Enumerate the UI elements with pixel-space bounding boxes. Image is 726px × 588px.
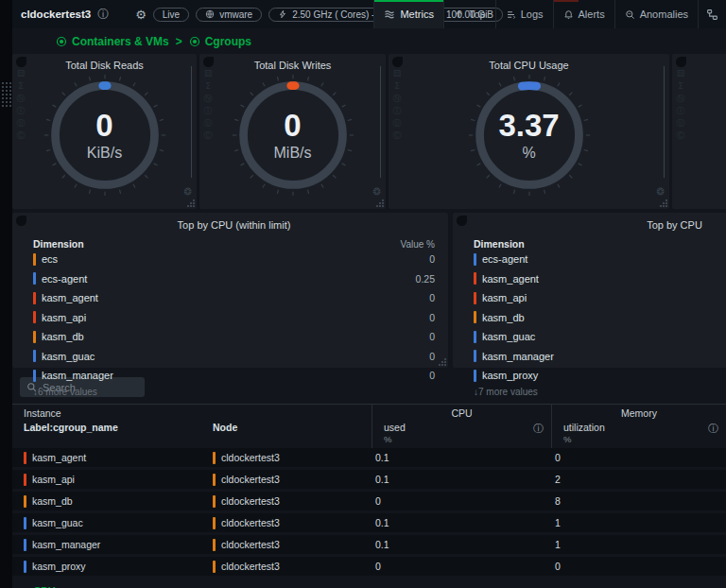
tab-logs[interactable]: Logs bbox=[495, 0, 553, 28]
chart-u-icon[interactable]: Ⓤ bbox=[204, 118, 213, 129]
chart-c-icon[interactable]: Ⓒ bbox=[393, 130, 402, 141]
provider-pill[interactable]: vmware bbox=[196, 8, 262, 22]
dimension-row[interactable]: kasm_manager 0 bbox=[33, 366, 435, 386]
dimension-row[interactable]: kasm_agent 0 bbox=[33, 288, 435, 308]
gauge-total-disk-writes[interactable]: 0 MiB/s bbox=[199, 71, 386, 199]
gear-icon[interactable]: ⚙ bbox=[135, 8, 147, 22]
table-row[interactable]: kasm_db cldockertest3 0 8 bbox=[12, 492, 726, 510]
column-header-memory-utilization[interactable]: utilization % ⓘ bbox=[551, 420, 726, 448]
dimension-value: 0 bbox=[429, 370, 435, 381]
chart-drag-icon[interactable] bbox=[16, 57, 26, 67]
chart-card-total-disk-reads[interactable]: ⚄ Σ Ⓝ Ⓘ Ⓤ Ⓒ Total Disk Reads 0 KiB/s bbox=[12, 54, 197, 209]
chart-dice-icon[interactable]: ⚄ bbox=[204, 69, 212, 79]
chart-i-icon[interactable]: Ⓘ bbox=[17, 106, 26, 116]
dimension-row[interactable]: ecs-agent 0.25 bbox=[33, 269, 435, 289]
table-row[interactable]: kasm_proxy cldockertest3 0 0 bbox=[12, 557, 726, 576]
chart-card-total-disk-writes[interactable]: ⚄ Σ Ⓝ Ⓘ Ⓤ Ⓒ Total Disk Writes 0 MiB/s bbox=[199, 54, 386, 209]
chart-sum-icon[interactable]: Σ bbox=[205, 81, 211, 92]
dimension-row[interactable]: kasm_manager bbox=[474, 347, 726, 367]
chart-sum-icon[interactable]: Σ bbox=[18, 81, 24, 92]
section-footer-cpu[interactable]: -- CPU bbox=[12, 579, 726, 588]
dimension-column-header[interactable]: Dimension bbox=[474, 238, 525, 250]
tab-top[interactable]: Top bbox=[443, 0, 495, 28]
live-status-pill[interactable]: Live bbox=[153, 8, 189, 22]
chart-card-total-cpu-usage[interactable]: ⚄ Σ Ⓝ Ⓘ Ⓤ Ⓒ Total CPU Usage 3.37 % bbox=[389, 54, 669, 209]
nodes-view-button[interactable] bbox=[698, 0, 726, 28]
table-row[interactable]: kasm_api cldockertest3 0.1 2 bbox=[12, 470, 726, 489]
chart-card-partial[interactable]: ⚄ Σ Ⓝ Ⓘ Ⓤ Ⓒ bbox=[672, 54, 726, 209]
dimension-row[interactable]: kasm_proxy bbox=[474, 366, 726, 386]
memory-utilization-value: 0 bbox=[551, 452, 726, 463]
chart-u-icon[interactable]: Ⓤ bbox=[393, 118, 402, 129]
table-row[interactable]: kasm_agent cldockertest3 0.1 0 bbox=[12, 448, 726, 467]
node-name-cell: cldockertest3 bbox=[221, 517, 280, 528]
dimension-value: 0 bbox=[429, 351, 435, 362]
chart-dice-icon[interactable]: ⚄ bbox=[393, 69, 401, 79]
tab-alerts[interactable]: Alerts bbox=[553, 0, 614, 28]
chart-i-icon[interactable]: Ⓘ bbox=[204, 106, 213, 116]
breadcrumb-cgroups[interactable]: Cgroups bbox=[189, 35, 251, 48]
dimension-name: kasm_proxy bbox=[482, 370, 538, 381]
chart-i-icon[interactable]: Ⓘ bbox=[393, 106, 402, 116]
table-row[interactable]: kasm_guac cldockertest3 0.1 1 bbox=[12, 513, 726, 532]
chart-n-icon[interactable]: Ⓝ bbox=[677, 94, 685, 104]
chart-n-icon[interactable]: Ⓝ bbox=[17, 94, 26, 104]
chart-scrollbar[interactable] bbox=[191, 66, 192, 178]
dimension-row[interactable]: kasm_guac bbox=[474, 327, 726, 347]
chart-n-icon[interactable]: Ⓝ bbox=[393, 94, 402, 104]
dimension-row[interactable]: kasm_api 0 bbox=[33, 308, 435, 328]
chart-drag-icon[interactable] bbox=[676, 57, 686, 67]
chart-sum-icon[interactable]: Σ bbox=[394, 81, 400, 92]
table-card-top-by-cpu-limit[interactable]: Top by CPU (within limit) Dimension Valu… bbox=[12, 213, 448, 368]
chart-resize-handle[interactable] bbox=[187, 199, 195, 207]
chart-drag-icon[interactable] bbox=[392, 57, 403, 67]
chart-i-icon[interactable]: Ⓘ bbox=[677, 106, 685, 116]
dimension-row[interactable]: ecs-agent bbox=[474, 250, 726, 269]
gauge-total-cpu-usage[interactable]: 3.37 % bbox=[389, 71, 669, 199]
dimension-column-header[interactable]: Dimension bbox=[33, 238, 84, 250]
tab-anomalies[interactable]: Anomalies bbox=[614, 0, 698, 28]
chart-resize-handle[interactable] bbox=[660, 199, 667, 207]
chart-sum-icon[interactable]: Σ bbox=[678, 81, 683, 92]
chart-n-icon[interactable]: Ⓝ bbox=[204, 94, 213, 104]
chart-resize-handle[interactable] bbox=[376, 199, 384, 207]
chart-dice-icon[interactable]: ⚄ bbox=[17, 69, 25, 79]
dimension-row[interactable]: kasm_api bbox=[474, 288, 726, 308]
dimension-row[interactable]: kasm_guac 0 bbox=[33, 347, 435, 367]
chart-dice-icon[interactable]: ⚄ bbox=[677, 69, 684, 79]
dimension-row[interactable]: kasm_db 0 bbox=[33, 327, 435, 347]
node-info-icon[interactable]: ⓘ bbox=[97, 7, 109, 23]
dimension-row[interactable]: ecs 0 bbox=[33, 250, 435, 269]
chart-u-icon[interactable]: Ⓤ bbox=[17, 118, 26, 129]
chart-title: Total Disk Reads bbox=[12, 54, 197, 71]
dimension-row[interactable]: kasm_db bbox=[474, 308, 726, 328]
sidebar-handle[interactable] bbox=[1, 81, 11, 108]
chart-anchor-icon[interactable]: ❂ bbox=[657, 186, 665, 197]
chart-scrollbar[interactable] bbox=[664, 66, 665, 178]
table-row[interactable]: kasm_manager cldockertest3 0.1 1 bbox=[12, 535, 726, 554]
chart-c-icon[interactable]: Ⓒ bbox=[17, 130, 26, 141]
memory-utilization-info-icon[interactable]: ⓘ bbox=[708, 422, 718, 436]
dimension-color-bar bbox=[474, 331, 476, 343]
table-card-top-by-cpu[interactable]: Top by CPU Dimension ecs-agent kasm_agen… bbox=[453, 213, 726, 368]
chart-c-icon[interactable]: Ⓒ bbox=[204, 130, 213, 141]
value-column-header[interactable]: Value % bbox=[400, 239, 435, 250]
chart-drag-icon[interactable] bbox=[203, 57, 214, 67]
chart-anchor-icon[interactable]: ❂ bbox=[184, 186, 192, 197]
tab-metrics[interactable]: Metrics bbox=[373, 0, 442, 28]
chart-c-icon[interactable]: Ⓒ bbox=[677, 130, 685, 141]
column-header-cpu-used[interactable]: used % ⓘ bbox=[372, 420, 551, 448]
node-color-bar bbox=[213, 452, 216, 464]
column-header-node[interactable]: Node bbox=[201, 420, 372, 448]
chart-drag-icon[interactable] bbox=[16, 216, 26, 226]
chart-scrollbar[interactable] bbox=[380, 66, 381, 178]
column-header-label[interactable]: Label:cgroup_name bbox=[12, 420, 201, 448]
cpu-used-info-icon[interactable]: ⓘ bbox=[533, 422, 544, 436]
breadcrumb-containers-vms[interactable]: Containers & VMs bbox=[56, 35, 169, 48]
gauge-total-disk-reads[interactable]: 0 KiB/s bbox=[12, 71, 197, 199]
chart-u-icon[interactable]: Ⓤ bbox=[677, 118, 685, 129]
chart-drag-icon[interactable] bbox=[457, 216, 467, 226]
dimension-row[interactable]: kasm_agent bbox=[474, 269, 726, 289]
chart-resize-handle[interactable] bbox=[439, 358, 446, 366]
chart-anchor-icon[interactable]: ❂ bbox=[373, 186, 381, 197]
